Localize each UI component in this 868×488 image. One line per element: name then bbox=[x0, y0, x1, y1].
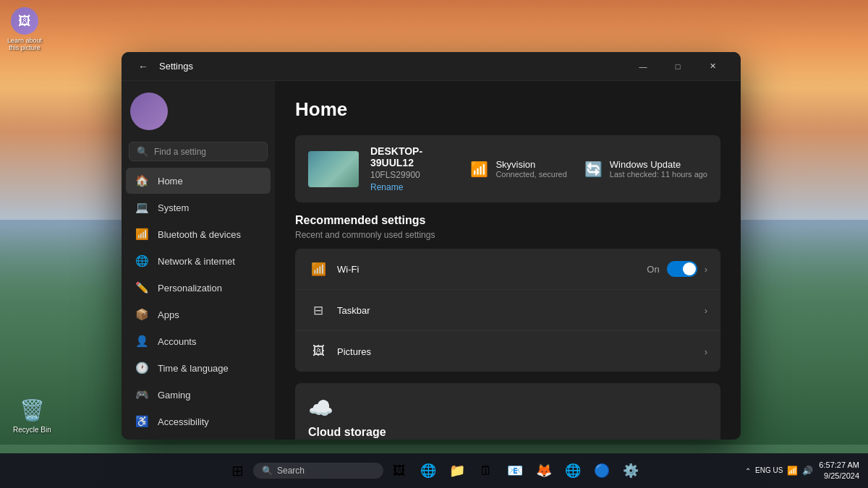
title-bar: ← Settings — □ ✕ bbox=[122, 52, 741, 81]
taskbar-firefox-icon[interactable]: 🦊 bbox=[531, 458, 557, 484]
accounts-nav-icon: 👤 bbox=[135, 334, 149, 348]
taskbar-setting-row[interactable]: ⊟ Taskbar › bbox=[295, 290, 720, 331]
back-button[interactable]: ← bbox=[133, 56, 153, 77]
update-status-text: Windows Update Last checked: 11 hours ag… bbox=[610, 159, 707, 179]
bluetooth-nav-icon: 📶 bbox=[135, 227, 149, 241]
taskbar-search[interactable]: 🔍 Search bbox=[253, 463, 383, 479]
cloud-title: Cloud storage bbox=[308, 426, 707, 439]
sidebar-item-privacy[interactable]: 🛡️ Privacy & security bbox=[126, 435, 271, 440]
sidebar-item-time[interactable]: 🕐 Time & language bbox=[126, 355, 271, 381]
device-card: DESKTOP-39UUL12 10FLS29900 Rename 📶 Skyv… bbox=[295, 135, 720, 202]
taskbar: ⊞ 🔍 Search 🖼 🌐 📁 🗓 📧 🦊 🌐 🔵 ⚙️ ⌃ ENG US 📶… bbox=[0, 453, 868, 488]
wifi-row-icon: 📶 bbox=[308, 259, 328, 279]
volume-icon: 🔊 bbox=[802, 466, 813, 476]
pictures-row-right: › bbox=[705, 346, 707, 357]
sidebar-item-label-apps: Apps bbox=[158, 309, 179, 320]
recycle-bin-icon[interactable]: 🗑️ Recycle Bin bbox=[13, 396, 51, 434]
wallpaper-info-icon[interactable]: 🖼 Learn about this picture bbox=[7, 7, 42, 51]
pictures-chevron-icon: › bbox=[705, 346, 707, 357]
wifi-setting-row[interactable]: 📶 Wi-Fi On › bbox=[295, 249, 720, 290]
taskbar-search-label: Search bbox=[277, 466, 305, 476]
system-nav-icon: 💻 bbox=[135, 200, 149, 215]
taskbar-chevron-icon: › bbox=[705, 305, 707, 316]
sidebar-item-gaming[interactable]: 🎮 Gaming bbox=[126, 382, 271, 408]
taskbar-center: ⊞ 🔍 Search 🖼 🌐 📁 🗓 📧 🦊 🌐 🔵 ⚙️ bbox=[224, 458, 644, 484]
wifi-status-text: Skyvision Connected, secured bbox=[495, 159, 566, 179]
update-time: Last checked: 11 hours ago bbox=[610, 170, 707, 179]
taskbar-files-icon[interactable]: 📁 bbox=[444, 458, 470, 484]
sidebar-item-bluetooth[interactable]: 📶 Bluetooth & devices bbox=[126, 221, 271, 247]
update-label: Windows Update bbox=[610, 159, 707, 170]
start-button[interactable]: ⊞ bbox=[224, 458, 250, 484]
device-thumbnail bbox=[308, 151, 359, 187]
sidebar-item-apps[interactable]: 📦 Apps bbox=[126, 301, 271, 328]
taskbar-chrome-icon[interactable]: 🌐 bbox=[560, 458, 586, 484]
wifi-chevron-icon: › bbox=[705, 264, 707, 275]
settings-search-box[interactable]: 🔍 bbox=[129, 142, 268, 161]
wallpaper-circle-icon: 🖼 bbox=[11, 7, 38, 35]
accessibility-nav-icon: ♿ bbox=[135, 414, 149, 429]
sidebar-item-label-accessibility: Accessibility bbox=[158, 416, 209, 427]
device-status-group: 📶 Skyvision Connected, secured 🔄 Windows… bbox=[470, 159, 707, 179]
sidebar-item-label-network: Network & internet bbox=[158, 256, 235, 267]
page-title: Home bbox=[295, 98, 720, 121]
device-info: DESKTOP-39UUL12 10FLS29900 Rename bbox=[370, 145, 459, 192]
update-status: 🔄 Windows Update Last checked: 11 hours … bbox=[584, 159, 707, 179]
taskbar-edge-icon[interactable]: 🔵 bbox=[589, 458, 615, 484]
minimize-button[interactable]: — bbox=[626, 56, 660, 77]
sidebar-item-label-gaming: Gaming bbox=[158, 390, 191, 401]
clock-date: 9/25/2024 bbox=[819, 471, 859, 481]
sidebar-item-home[interactable]: 🏠 Home bbox=[126, 168, 271, 194]
wifi-status-icon: 📶 bbox=[470, 160, 488, 178]
maximize-button[interactable]: □ bbox=[661, 56, 694, 77]
language-indicator: ENG US bbox=[755, 466, 783, 475]
nav-items-list: 🏠 Home 💻 System 📶 Bluetooth & devices 🌐 … bbox=[122, 167, 275, 440]
sidebar-item-label-home: Home bbox=[158, 176, 183, 187]
cloud-icon: ☁️ bbox=[308, 396, 707, 420]
sidebar: 🔍 🏠 Home 💻 System 📶 Bluetooth & devices … bbox=[122, 81, 275, 440]
wifi-network-name: Skyvision bbox=[495, 159, 566, 170]
wifi-status: 📶 Skyvision Connected, secured bbox=[470, 159, 566, 179]
taskbar-search-icon: 🔍 bbox=[262, 466, 273, 476]
taskbar-landscape-icon[interactable]: 🖼 bbox=[386, 458, 412, 484]
system-tray[interactable]: ⌃ ENG US 📶 🔊 bbox=[745, 466, 813, 476]
up-arrow-icon: ⌃ bbox=[745, 467, 751, 475]
sidebar-item-personalization[interactable]: ✏️ Personalization bbox=[126, 275, 271, 301]
time-nav-icon: 🕐 bbox=[135, 361, 149, 375]
sidebar-item-system[interactable]: 💻 System bbox=[126, 194, 271, 221]
taskbar-settings-icon[interactable]: ⚙️ bbox=[618, 458, 644, 484]
sidebar-item-label-time: Time & language bbox=[158, 363, 229, 374]
wifi-row-label: Wi-Fi bbox=[337, 264, 647, 275]
desktop: 🖼 Learn about this picture 🗑️ Recycle Bi… bbox=[0, 0, 868, 488]
device-name: DESKTOP-39UUL12 bbox=[370, 145, 459, 168]
sidebar-item-label-personalization: Personalization bbox=[158, 283, 222, 294]
wifi-toggle[interactable] bbox=[667, 261, 697, 277]
pictures-setting-row[interactable]: 🖼 Pictures › bbox=[295, 331, 720, 372]
sidebar-item-label-system: System bbox=[158, 202, 189, 213]
wifi-status-detail: Connected, secured bbox=[495, 170, 566, 179]
close-button[interactable]: ✕ bbox=[696, 56, 729, 77]
taskbar-right: ⌃ ENG US 📶 🔊 6:57:27 AM 9/25/2024 bbox=[745, 460, 859, 482]
clock[interactable]: 6:57:27 AM 9/25/2024 bbox=[819, 460, 859, 482]
sidebar-item-network[interactable]: 🌐 Network & internet bbox=[126, 248, 271, 274]
search-input[interactable] bbox=[154, 147, 263, 157]
device-rename-button[interactable]: Rename bbox=[370, 182, 459, 192]
wifi-tray-icon: 📶 bbox=[787, 466, 798, 476]
search-icon: 🔍 bbox=[137, 146, 148, 157]
taskbar-calendar-icon[interactable]: 🗓 bbox=[473, 458, 499, 484]
settings-body: 🔍 🏠 Home 💻 System 📶 Bluetooth & devices … bbox=[122, 81, 741, 440]
window-controls: — □ ✕ bbox=[626, 56, 729, 77]
wallpaper-label: Learn about this picture bbox=[7, 37, 42, 51]
user-avatar-section[interactable] bbox=[122, 87, 275, 139]
clock-time: 6:57:27 AM bbox=[819, 460, 859, 471]
sidebar-item-accounts[interactable]: 👤 Accounts bbox=[126, 328, 271, 354]
sidebar-item-label-accounts: Accounts bbox=[158, 336, 196, 347]
sidebar-item-accessibility[interactable]: ♿ Accessibility bbox=[126, 408, 271, 435]
device-id: 10FLS29900 bbox=[370, 170, 459, 180]
network-nav-icon: 🌐 bbox=[135, 254, 149, 268]
taskbar-mail-icon[interactable]: 📧 bbox=[502, 458, 528, 484]
cloud-storage-card: ☁️ Cloud storage Make sure OneDrive is u… bbox=[295, 383, 720, 440]
apps-nav-icon: 📦 bbox=[135, 307, 149, 322]
taskbar-browser-icon[interactable]: 🌐 bbox=[415, 458, 441, 484]
pictures-row-label: Pictures bbox=[337, 346, 705, 357]
